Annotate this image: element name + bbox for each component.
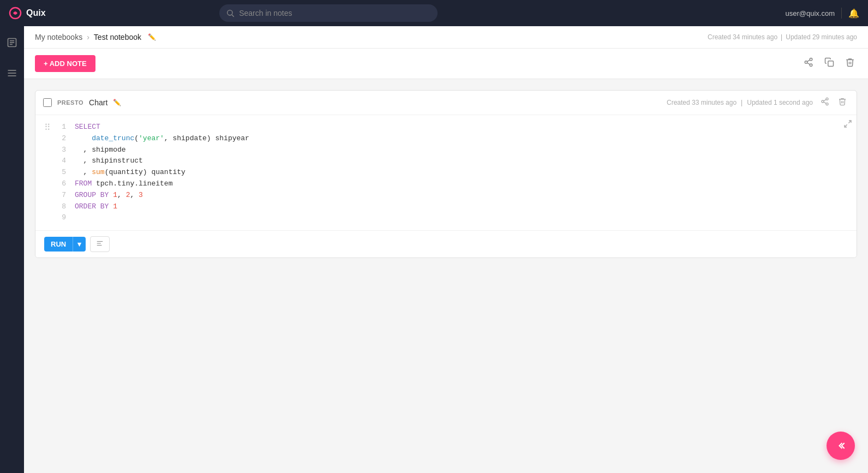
- code-line-1: SELECT: [75, 122, 249, 133]
- code-editor[interactable]: ⠿ 1 2 3 4 5 6 7 8 9: [35, 115, 857, 230]
- toolbar-right: [801, 55, 857, 72]
- add-note-button[interactable]: + ADD NOTE: [35, 55, 95, 72]
- svg-line-19: [824, 102, 827, 104]
- run-button-group[interactable]: RUN ▾: [44, 237, 86, 252]
- note-delete-button[interactable]: [836, 96, 849, 109]
- notebook-edit-icon[interactable]: ✏️: [148, 33, 156, 41]
- note-card-header: PRESTO Chart ✏️ Created 33 minutes ago |…: [35, 91, 857, 115]
- code-line-8: ORDER BY 1: [75, 201, 249, 213]
- note-created: Created 33 minutes ago: [667, 99, 737, 106]
- code-line-4: , shipinstruct: [75, 155, 249, 167]
- code-line-3: , shipmode: [75, 145, 249, 156]
- note-engine: PRESTO: [57, 99, 83, 106]
- sidebar-item-notes[interactable]: [2, 33, 22, 52]
- header-meta: Created 34 minutes ago | Updated 29 minu…: [708, 33, 857, 41]
- svg-point-17: [822, 100, 824, 103]
- expand-button[interactable]: [843, 119, 852, 130]
- note-header-actions: [818, 96, 849, 109]
- drag-handle-icon[interactable]: ⠿: [44, 122, 51, 136]
- code-line-6: FROM tpch.tiny.lineitem: [75, 178, 249, 190]
- brand-name: Quix: [26, 8, 46, 18]
- note-meta-sep: |: [741, 99, 743, 106]
- content-area: My notebooks › Test notebook ✏️ Created …: [24, 26, 868, 473]
- svg-line-2: [232, 15, 234, 17]
- search-input[interactable]: [239, 4, 431, 22]
- header-updated: Updated 29 minutes ago: [786, 33, 857, 41]
- breadcrumb-current: Test notebook: [94, 33, 141, 41]
- svg-line-13: [807, 63, 810, 64]
- note-checkbox[interactable]: [43, 98, 52, 107]
- sidebar-item-menu[interactable]: [2, 63, 22, 83]
- notification-icon[interactable]: 🔔: [848, 8, 859, 19]
- note-title: Chart: [89, 98, 107, 107]
- svg-rect-15: [828, 61, 834, 67]
- note-updated: Updated 1 second ago: [747, 99, 813, 106]
- svg-line-20: [824, 99, 827, 101]
- navbar-right: user@quix.com 🔔: [785, 8, 859, 19]
- toolbar: + ADD NOTE: [24, 49, 868, 79]
- run-dropdown-arrow[interactable]: ▾: [73, 237, 86, 252]
- brand: Quix: [9, 7, 46, 20]
- note-header-meta: Created 33 minutes ago | Updated 1 secon…: [667, 99, 813, 106]
- search-icon: [226, 9, 235, 17]
- code-lines: 1 2 3 4 5 6 7 8 9 SELECT: [55, 122, 249, 224]
- svg-point-18: [826, 103, 828, 105]
- fab-button[interactable]: [827, 432, 855, 460]
- breadcrumb-parent[interactable]: My notebooks: [35, 33, 82, 41]
- svg-point-10: [810, 58, 812, 61]
- notes-area: PRESTO Chart ✏️ Created 33 minutes ago |…: [24, 79, 868, 473]
- svg-point-12: [810, 64, 812, 67]
- run-bar: RUN ▾: [35, 230, 857, 258]
- copy-button[interactable]: [822, 55, 836, 72]
- app-body: My notebooks › Test notebook ✏️ Created …: [0, 26, 868, 473]
- note-share-button[interactable]: [818, 96, 831, 109]
- svg-line-21: [848, 121, 851, 123]
- code-content[interactable]: SELECT date_trunc('year', shipdate) ship…: [75, 122, 249, 224]
- note-title-edit-icon[interactable]: ✏️: [113, 99, 121, 106]
- code-line-5: , sum(quantity) quantity: [75, 167, 249, 178]
- header-sep: |: [781, 33, 782, 41]
- svg-point-1: [228, 10, 232, 15]
- run-button[interactable]: RUN: [44, 237, 73, 252]
- svg-point-11: [805, 61, 807, 64]
- line-numbers: 1 2 3 4 5 6 7 8 9: [55, 122, 66, 224]
- svg-line-14: [807, 60, 810, 62]
- user-email: user@quix.com: [785, 9, 835, 17]
- delete-button[interactable]: [843, 55, 857, 72]
- svg-line-22: [845, 124, 847, 127]
- svg-point-16: [826, 98, 828, 100]
- breadcrumb: My notebooks › Test notebook ✏️: [35, 33, 156, 41]
- share-button[interactable]: [801, 55, 816, 72]
- quix-logo: [9, 7, 22, 20]
- breadcrumb-separator: ›: [87, 33, 89, 41]
- header-created: Created 34 minutes ago: [708, 33, 777, 41]
- format-button[interactable]: [90, 236, 110, 252]
- code-line-9: [75, 212, 249, 224]
- code-line-2: date_trunc('year', shipdate) shipyear: [75, 133, 249, 145]
- page-header: My notebooks › Test notebook ✏️ Created …: [24, 26, 868, 49]
- sidebar: [0, 26, 24, 473]
- navbar-divider: [841, 8, 842, 19]
- note-card: PRESTO Chart ✏️ Created 33 minutes ago |…: [35, 90, 857, 258]
- navbar: Quix user@quix.com 🔔: [0, 0, 868, 26]
- code-line-7: GROUP BY 1, 2, 3: [75, 190, 249, 201]
- search-bar[interactable]: [219, 4, 438, 22]
